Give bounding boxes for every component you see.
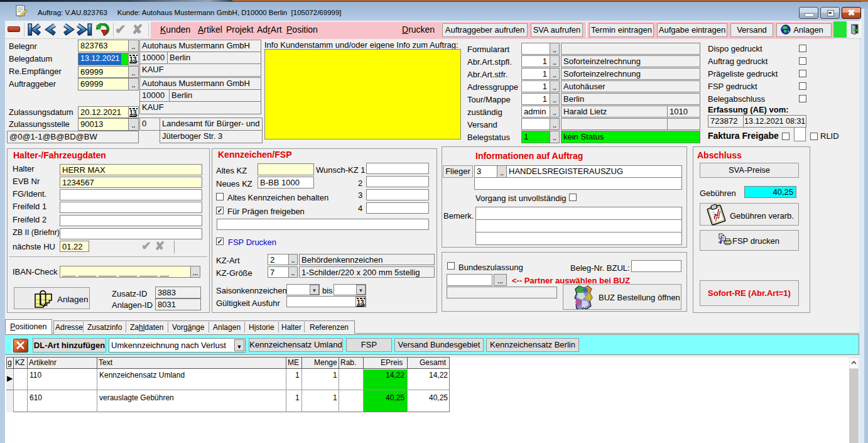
svg-text:D: D [722, 236, 725, 240]
